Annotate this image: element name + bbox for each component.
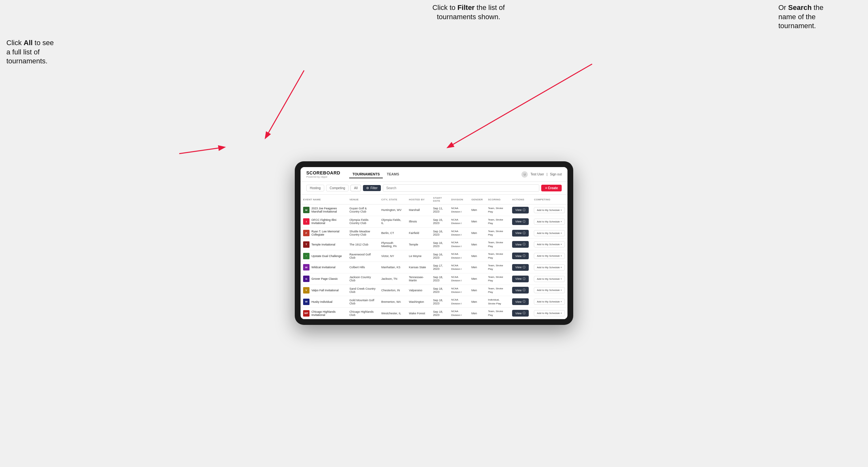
add-schedule-button-5[interactable]: Add to My Schedule + <box>534 264 565 271</box>
table-row: M 2023 Joe Feaganes Marshall Invitationa… <box>301 205 567 216</box>
table-row: G Grover Page Classic Jackson Country Cl… <box>301 273 567 285</box>
cell-gender-7: Men <box>469 285 486 296</box>
cell-hosted-9: Wake Forest <box>406 308 431 319</box>
add-schedule-button-0[interactable]: Add to My Schedule + <box>534 207 565 213</box>
nav-tab-teams[interactable]: TEAMS <box>383 170 402 178</box>
cell-scoring-9: Team, Stroke Play <box>486 308 509 319</box>
cell-scoring-7: Team, Stroke Play <box>486 285 509 296</box>
cell-event-name-1: I OFCC Fighting Illini Invitational <box>301 216 347 227</box>
cell-division-2: NCAA Division I <box>449 227 469 239</box>
col-gender: GENDER <box>469 195 486 205</box>
view-button-0[interactable]: View ⓘ <box>512 207 529 214</box>
cell-competing-0: Add to My Schedule + <box>531 205 567 216</box>
cell-event-name-7: V Valpo Fall Invitational <box>301 285 347 296</box>
competing-filter-btn[interactable]: Competing <box>326 185 348 191</box>
add-schedule-button-9[interactable]: Add to My Schedule + <box>534 310 565 316</box>
annotation-top-right: Or Search thename of thetournament. <box>778 3 862 31</box>
logo-area: SCOREBOARD Powered by clippd <box>306 170 340 178</box>
view-button-2[interactable]: View ⓘ <box>512 230 529 237</box>
signout-link[interactable]: Sign out <box>550 173 562 176</box>
cell-scoring-3: Team, Stroke Play <box>486 239 509 250</box>
col-scoring: SCORING <box>486 195 509 205</box>
cell-scoring-1: Team, Stroke Play <box>486 216 509 227</box>
cell-city-2: Berlin, CT <box>379 227 406 239</box>
cell-event-name-2: F Ryan T. Lee Memorial Collegiate <box>301 227 347 239</box>
cell-competing-6: Add to My Schedule + <box>531 273 567 285</box>
event-name-text-6: Grover Page Classic <box>311 277 338 280</box>
cell-event-name-5: W Wildcat Invitational <box>301 262 347 273</box>
cell-city-3: Plymouth Meeting, PA <box>379 239 406 250</box>
cell-division-8: NCAA Division I <box>449 296 469 308</box>
tablet-screen: SCOREBOARD Powered by clippd TOURNAMENTS… <box>301 167 567 319</box>
cell-competing-7: Add to My Schedule + <box>531 285 567 296</box>
event-name-text-8: Husky Individual <box>311 300 333 304</box>
cell-date-3: Sep 16, 2023 <box>431 239 449 250</box>
cell-competing-1: Add to My Schedule + <box>531 216 567 227</box>
cell-actions-0: View ⓘ <box>509 205 531 216</box>
cell-division-3: NCAA Division I <box>449 239 469 250</box>
event-name-text-0: 2023 Joe Feaganes Marshall Invitational <box>311 207 344 213</box>
cell-date-9: Sep 18, 2023 <box>431 308 449 319</box>
add-schedule-button-6[interactable]: Add to My Schedule + <box>534 276 565 282</box>
filter-toggle-btn[interactable]: ⚙ Filter <box>363 185 380 191</box>
view-button-5[interactable]: View ⓘ <box>512 264 529 271</box>
table-row: W Wildcat Invitational Colbert Hills Man… <box>301 262 567 273</box>
cell-date-7: Sep 18, 2023 <box>431 285 449 296</box>
cell-city-6: Jackson, TN <box>379 273 406 285</box>
cell-venue-9: Chicago Highlands Club <box>347 308 379 319</box>
info-icon-7: ⓘ <box>523 288 526 292</box>
view-button-9[interactable]: View ⓘ <box>512 310 529 317</box>
separator: | <box>547 173 548 176</box>
cell-city-7: Chesterton, IN <box>379 285 406 296</box>
cell-venue-1: Olympia Fields Country Club <box>347 216 379 227</box>
event-name-text-5: Wildcat Invitational <box>311 266 335 269</box>
filter-bar: Hosting Competing All ⚙ Filter + Create <box>301 182 567 195</box>
view-button-7[interactable]: View ⓘ <box>512 287 529 293</box>
info-icon-1: ⓘ <box>523 220 526 224</box>
table-row: I OFCC Fighting Illini Invitational Olym… <box>301 216 567 227</box>
create-btn[interactable]: + Create <box>541 185 562 191</box>
cell-gender-3: Men <box>469 239 486 250</box>
all-filter-btn[interactable]: All <box>350 185 361 191</box>
cell-date-0: Sep 11, 2023 <box>431 205 449 216</box>
cell-event-name-6: G Grover Page Classic <box>301 273 347 285</box>
cell-gender-2: Men <box>469 227 486 239</box>
event-name-text-2: Ryan T. Lee Memorial Collegiate <box>311 230 344 236</box>
add-schedule-button-7[interactable]: Add to My Schedule + <box>534 287 565 293</box>
view-button-4[interactable]: View ⓘ <box>512 253 529 259</box>
cell-date-4: Sep 16, 2023 <box>431 250 449 262</box>
search-input[interactable] <box>383 184 539 192</box>
info-icon-4: ⓘ <box>523 254 526 258</box>
filter-icon: ⚙ <box>366 186 369 190</box>
cell-hosted-6: Tennessee-Martin <box>406 273 431 285</box>
table-row: WF Chicago Highlands Invitational Chicag… <box>301 308 567 319</box>
add-schedule-button-3[interactable]: Add to My Schedule + <box>534 241 565 247</box>
cell-date-2: Sep 16, 2023 <box>431 227 449 239</box>
cell-hosted-5: Kansas State <box>406 262 431 273</box>
add-schedule-button-2[interactable]: Add to My Schedule + <box>534 230 565 236</box>
add-schedule-button-4[interactable]: Add to My Schedule + <box>534 253 565 259</box>
view-button-3[interactable]: View ⓘ <box>512 241 529 248</box>
user-label: Test User <box>530 173 544 176</box>
cell-actions-9: View ⓘ <box>509 308 531 319</box>
add-schedule-button-1[interactable]: Add to My Schedule + <box>534 219 565 225</box>
col-hosted-by: HOSTED BY <box>406 195 431 205</box>
hosting-filter-btn[interactable]: Hosting <box>306 185 324 191</box>
table-row: F Ryan T. Lee Memorial Collegiate Shuttl… <box>301 227 567 239</box>
view-button-8[interactable]: View ⓘ <box>512 298 529 305</box>
view-button-6[interactable]: View ⓘ <box>512 276 529 282</box>
annotation-top-center: Click to Filter the list oftournaments s… <box>411 3 526 22</box>
event-name-text-9: Chicago Highlands Invitational <box>311 310 344 317</box>
col-competing: COMPETING <box>531 195 567 205</box>
cell-actions-3: View ⓘ <box>509 239 531 250</box>
cell-gender-8: Men <box>469 296 486 308</box>
cell-city-9: Westchester, IL <box>379 308 406 319</box>
table-row: T Temple Invitational The 1912 Club Plym… <box>301 239 567 250</box>
cell-actions-2: View ⓘ <box>509 227 531 239</box>
add-schedule-button-8[interactable]: Add to My Schedule + <box>534 299 565 305</box>
cell-hosted-7: Valparaiso <box>406 285 431 296</box>
nav-tab-tournaments[interactable]: TOURNAMENTS <box>349 170 383 178</box>
cell-division-0: NCAA Division I <box>449 205 469 216</box>
view-button-1[interactable]: View ⓘ <box>512 218 529 225</box>
cell-division-4: NCAA Division I <box>449 250 469 262</box>
